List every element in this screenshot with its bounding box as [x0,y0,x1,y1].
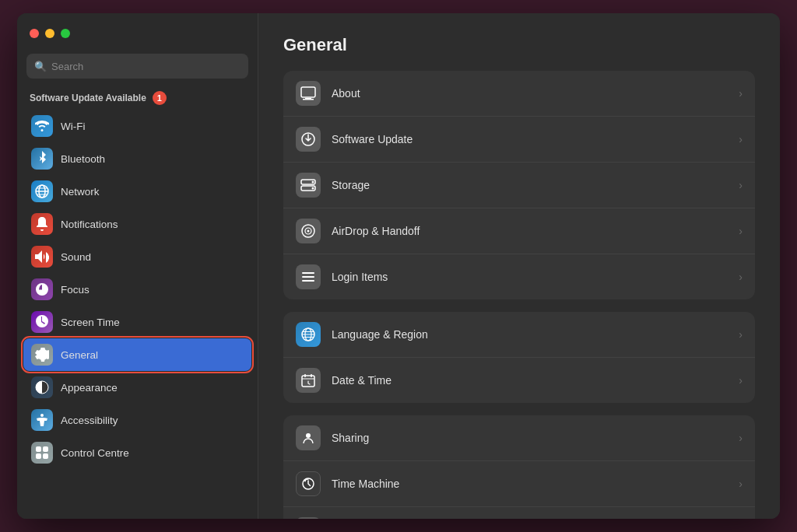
svg-rect-11 [301,87,315,97]
search-bar[interactable]: 🔍 Search [26,54,248,79]
main-content: General About › [258,13,780,519]
datetime-label: Date & Time [332,374,728,387]
screentime-label: Screen Time [61,317,120,328]
loginitems-label: Login Items [332,271,728,283]
controlcentre-label: Control Centre [61,447,129,459]
storage-chevron: › [739,179,743,191]
about-chevron: › [739,87,743,100]
settings-row-storage[interactable]: Storage › [283,163,755,208]
settings-row-timemachine[interactable]: Time Machine › [283,461,755,507]
settings-row-about[interactable]: About › [283,71,755,117]
appearance-label: Appearance [61,382,118,394]
language-chevron: › [739,328,743,341]
sidebar-item-notifications[interactable]: Notifications [23,208,251,240]
focus-label: Focus [61,284,90,296]
screentime-icon [31,311,53,333]
minimize-button[interactable] [45,29,54,38]
wifi-label: Wi-Fi [61,121,85,132]
sidebar-item-bluetooth[interactable]: Bluetooth [23,142,251,175]
settings-group-3: Sharing › Time Machine › [283,415,755,519]
system-preferences-window: 🔍 Search Software Update Available 1 Wi-… [17,13,780,519]
svg-rect-10 [43,453,48,459]
sound-label: Sound [61,251,91,263]
sidebar-item-appearance[interactable]: Appearance [23,371,251,404]
notifications-label: Notifications [61,219,118,230]
about-icon [296,81,321,106]
loginitems-chevron: › [739,271,743,283]
sharing-chevron: › [739,432,743,444]
language-icon [296,322,321,347]
accessibility-icon [31,409,53,431]
search-placeholder: Search [51,61,83,72]
sidebar: 🔍 Search Software Update Available 1 Wi-… [17,13,258,519]
settings-row-loginitems[interactable]: Login Items › [283,254,755,299]
general-label: General [61,349,98,361]
notifications-icon [31,213,53,235]
sidebar-item-general[interactable]: General [23,338,251,371]
softwareupdate-label: Software Update [332,133,728,145]
sidebar-item-focus[interactable]: Focus [23,273,251,306]
loginitems-icon [296,264,321,289]
settings-row-airdrop[interactable]: AirDrop & Handoff › [283,208,755,254]
svg-point-17 [312,181,314,184]
svg-point-18 [312,187,314,190]
softwareupdate-icon [296,127,321,152]
svg-rect-8 [43,446,48,452]
timemachine-label: Time Machine [332,478,728,490]
search-icon: 🔍 [34,61,47,72]
svg-point-34 [306,433,311,438]
timemachine-chevron: › [739,478,743,490]
sharing-icon [296,425,321,450]
softwareupdate-chevron: › [739,133,743,145]
sidebar-item-controlcentre[interactable]: Control Centre [23,436,251,469]
sharing-label: Sharing [332,432,728,444]
sidebar-item-screentime[interactable]: Screen Time [23,306,251,338]
settings-group-2: Language & Region › Date & Time › [283,312,755,403]
close-button[interactable] [30,29,39,38]
svg-rect-22 [302,272,314,274]
general-icon [31,344,53,366]
bluetooth-icon [31,148,53,170]
settings-row-transferorreset[interactable]: Transfer or Reset › [283,507,755,519]
sidebar-items-list: Wi-Fi Bluetooth [17,108,258,519]
update-badge: 1 [153,91,167,105]
software-update-label[interactable]: Software Update Available 1 [17,85,258,108]
bluetooth-label: Bluetooth [61,153,105,165]
sidebar-item-network[interactable]: Network [23,175,251,208]
language-label: Language & Region [332,328,728,341]
storage-icon [296,173,321,198]
accessibility-label: Accessibility [61,415,118,426]
svg-rect-13 [303,99,314,100]
settings-row-datetime[interactable]: Date & Time › [283,358,755,403]
svg-point-21 [307,230,310,233]
transferorreset-icon [296,517,321,519]
maximize-button[interactable] [61,29,70,38]
settings-row-language[interactable]: Language & Region › [283,312,755,358]
storage-label: Storage [332,179,728,191]
controlcentre-icon [31,442,53,464]
airdrop-icon [296,219,321,243]
sidebar-item-sound[interactable]: Sound [23,240,251,273]
datetime-chevron: › [739,374,743,387]
sidebar-item-wifi[interactable]: Wi-Fi [23,110,251,142]
titlebar [17,13,258,54]
appearance-icon [31,376,53,398]
settings-row-softwareupdate[interactable]: Software Update › [283,117,755,163]
network-label: Network [61,186,100,198]
svg-rect-23 [302,276,314,278]
settings-group-1: About › Software Update › [283,71,755,299]
airdrop-chevron: › [739,225,743,237]
settings-row-sharing[interactable]: Sharing › [283,415,755,461]
svg-point-6 [40,414,44,417]
timemachine-icon [296,471,321,496]
focus-icon [31,278,53,300]
svg-rect-24 [302,280,314,282]
sidebar-item-accessibility[interactable]: Accessibility [23,404,251,436]
page-title: General [283,35,755,55]
sound-icon [31,246,53,268]
airdrop-label: AirDrop & Handoff [332,225,728,237]
datetime-icon [296,368,321,393]
svg-rect-9 [36,453,41,459]
network-icon [31,180,53,202]
svg-rect-7 [36,446,41,452]
